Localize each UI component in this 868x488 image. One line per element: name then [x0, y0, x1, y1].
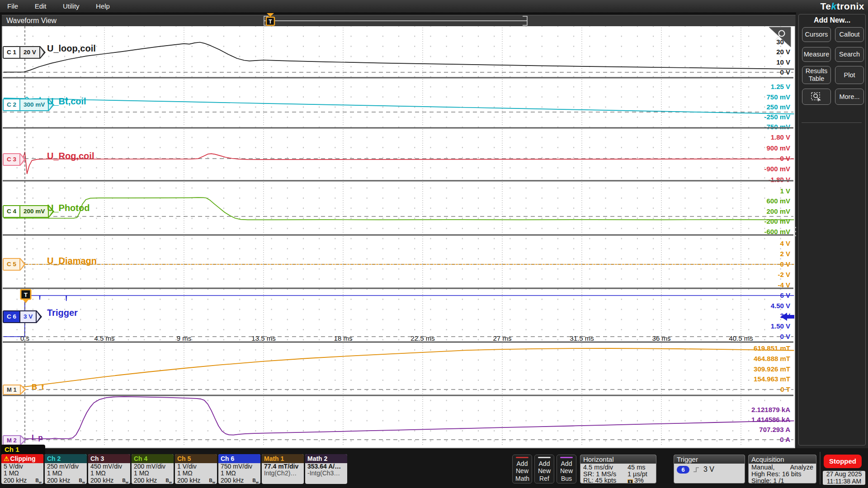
axis-tick-label-M2: 0 A: [780, 436, 790, 443]
add-new-math-button[interactable]: Add New Math: [512, 455, 532, 483]
acquisition-panel[interactable]: Acquisition Manual,Analyze High Res: 16 …: [748, 455, 816, 483]
horizontal-row: RL: 45 kptsT3%: [583, 477, 653, 483]
stopped-status-button[interactable]: Stopped: [824, 455, 862, 468]
scope-badge-math-1[interactable]: Math 177.4 mT/divIntg(Ch2)…: [262, 454, 304, 484]
badge-cell: 200 mV: [19, 206, 48, 217]
cursors-button[interactable]: Cursors: [802, 27, 831, 42]
waveform-canvas[interactable]: 30 V20 V10 V0 V1.25 V750 mV250 mV-250 mV…: [3, 26, 794, 447]
axis-tick-label-C5: 0 V: [780, 260, 790, 268]
horizontal-panel[interactable]: Horizontal 4.5 ms/div45 msSR: 1 MS/s1 µs…: [580, 455, 656, 483]
scope-badge-ch-3[interactable]: Ch 3450 mV/div1 MΩ200 kHzBw: [88, 454, 130, 484]
menu-help[interactable]: Help: [96, 0, 110, 10]
time-axis-label: 40.5 ms: [729, 334, 753, 342]
axis-tick-label-C3: -1.80 V: [769, 176, 790, 183]
axis-tick-label-C2: 1.25 V: [771, 83, 790, 90]
slice-separator[interactable]: [3, 180, 793, 182]
slice-separator[interactable]: [3, 127, 793, 129]
axis-tick-label-C2: -250 mV: [764, 113, 790, 121]
scope-badge-ch-4[interactable]: Ch 4200 mV/div1 MΩ200 kHzBw: [132, 454, 174, 484]
scope-badge-row: [305, 477, 347, 484]
horizontal-value: 45 ms: [627, 464, 646, 471]
time-axis-label: 27 ms: [493, 334, 512, 342]
menu-utility[interactable]: Utility: [63, 0, 80, 10]
results-table-button[interactable]: Results Table: [802, 66, 831, 84]
time-axis-label: 9 ms: [177, 334, 192, 342]
axis-tick-label-C6: 6 V: [780, 291, 790, 299]
axis-tick-label-C1: 20 V: [776, 48, 790, 56]
scope-badge-clipping[interactable]: ⚠Clipping5 V/div1 MΩ200 kHzBw: [1, 454, 43, 484]
channel-badge-M1[interactable]: M 1: [3, 385, 21, 395]
measure-button[interactable]: Measure: [802, 47, 831, 62]
slice-separator[interactable]: [3, 395, 793, 396]
scope-badge-header: Ch 6: [218, 454, 260, 463]
date: 27 Aug 2025: [823, 471, 865, 478]
scope-badge-math-2[interactable]: Math 2353.64 A/…-Intg(Ch3…: [305, 454, 347, 484]
scope-badge-row: 353.64 A/…: [305, 463, 347, 470]
zoom-select-button[interactable]: [802, 89, 831, 105]
axis-tick-label-C5: -4 V: [778, 281, 790, 289]
scope-badge-header: Ch 2: [45, 454, 87, 463]
trigger-level-value: 3 V: [703, 465, 714, 474]
channel-badge-C6[interactable]: C 63 V: [3, 310, 37, 321]
channel-badge-C4[interactable]: C 4200 mV: [3, 205, 49, 216]
axis-tick-label-M1: 464.888 mT: [754, 355, 790, 362]
axis-tick-label-M1: 0 T: [780, 385, 790, 393]
channel-badge-C2[interactable]: C 2300 mV: [3, 99, 49, 109]
scope-badge-row: 1 MΩ: [218, 470, 260, 477]
menu-file[interactable]: File: [7, 0, 18, 10]
slice-separator[interactable]: [3, 235, 793, 236]
axis-tick-label-C5: 4 V: [780, 239, 790, 247]
add-new-bus-button[interactable]: Add New Bus: [557, 455, 576, 483]
plot-button[interactable]: Plot: [835, 66, 864, 84]
horizontal-row: 4.5 ms/div45 ms: [583, 464, 653, 471]
tektronix-logo: Tektronix: [821, 1, 864, 12]
scope-badge-row: 1 MΩ: [1, 470, 43, 477]
bandwidth-limit-icon: Bw: [166, 477, 172, 484]
datetime-display: 27 Aug 2025 11:11:38 AM: [823, 471, 865, 485]
time-axis-label: 36 ms: [652, 334, 671, 342]
axis-tick-label-C5: 2 V: [780, 250, 790, 258]
scope-badge-ch-6[interactable]: Ch 6750 mV/div1 MΩ200 kHzBw: [218, 454, 260, 484]
channel-badge-C3[interactable]: C 3: [3, 153, 20, 164]
waveform-plot-area[interactable]: 30 V20 V10 V0 V1.25 V750 mV250 mV-250 mV…: [2, 26, 795, 448]
search-button[interactable]: Search: [835, 47, 864, 62]
channel-badge-C1[interactable]: C 120 V: [3, 46, 40, 57]
axis-tick-label-C6: 4.50 V: [771, 302, 790, 310]
scope-badge-row: 1 MΩ: [88, 470, 130, 477]
slice-separator[interactable]: [3, 342, 793, 343]
axis-tick-label-C4: 1 V: [780, 187, 790, 195]
trigger-source-pill: 6: [677, 466, 689, 474]
channel-1-tab[interactable]: Ch 1: [1, 445, 45, 454]
scope-badge-ch-5[interactable]: Ch 51 V/div1 MΩ200 kHzBw: [175, 454, 217, 484]
scope-badge-row: 200 kHzBw: [132, 477, 174, 484]
clipping-warning-icon: ⚠: [4, 455, 9, 462]
bandwidth-limit-icon: Bw: [253, 477, 259, 484]
channel-badge-C5[interactable]: C 5: [3, 258, 20, 269]
sidebar-divider: [802, 122, 862, 123]
time-axis-label: 13.5 ms: [251, 334, 275, 342]
record-view-bar[interactable]: T: [258, 13, 533, 26]
bandwidth-limit-icon: Bw: [36, 477, 42, 484]
axis-tick-label-C3: 0 V: [780, 155, 790, 162]
scope-badge-header: Ch 4: [132, 454, 174, 463]
menu-edit[interactable]: Edit: [35, 0, 47, 10]
scope-badge-ch-2[interactable]: Ch 2250 mV/div1 MΩ200 kHzBw: [45, 454, 87, 484]
badge-cell: 20 V: [19, 47, 39, 58]
zoom-select-icon: [811, 91, 822, 102]
badge-cell: C 4: [4, 206, 19, 217]
waveform-trace-C1: [4, 42, 794, 72]
scope-badge-row: 1 V/div: [175, 463, 217, 470]
axis-tick-label-M1: 309.926 mT: [754, 365, 790, 373]
scope-badge-row: 200 kHzBw: [1, 477, 43, 484]
waveform-trace-C6: [4, 296, 794, 337]
add-new-ref-button[interactable]: Add New Ref: [534, 455, 554, 483]
callout-button[interactable]: Callout: [835, 27, 864, 42]
trigger-panel[interactable]: Trigger 6 3 V: [674, 455, 745, 483]
badge-cell: C 1: [4, 47, 19, 58]
slice-separator[interactable]: [3, 288, 793, 289]
acq-mode: Manual,: [751, 464, 775, 471]
slice-separator[interactable]: [3, 77, 793, 79]
svg-text:T: T: [269, 19, 272, 25]
axis-tick-label-C5: -2 V: [778, 271, 790, 278]
more-button[interactable]: More...: [835, 89, 864, 105]
